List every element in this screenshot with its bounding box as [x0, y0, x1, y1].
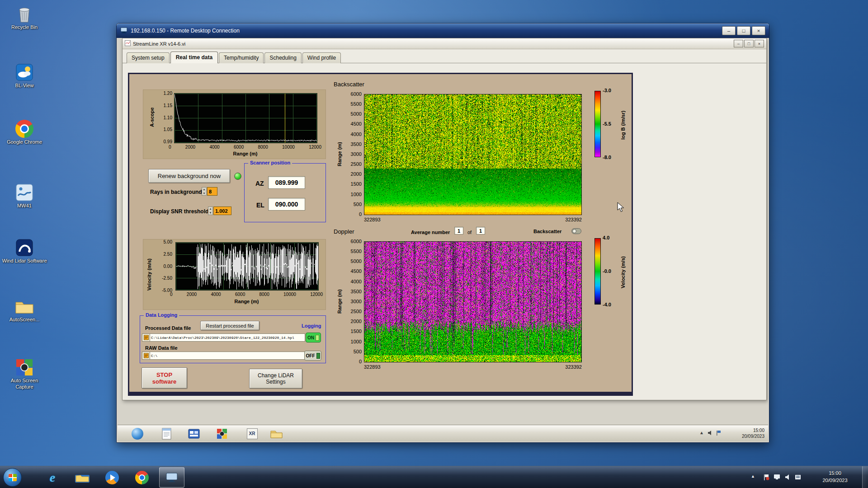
desktop-icon-bl-view[interactable]: BL-View	[2, 62, 47, 89]
change-line1: Change LiDAR	[258, 372, 294, 379]
y-tick-label: 1.20	[164, 91, 172, 96]
remote-hidden-icons-arrow-icon[interactable]: ▲	[699, 430, 704, 435]
taskbar-explorer-icon[interactable]	[73, 469, 91, 486]
rdp-minimize-button[interactable]: –	[722, 26, 736, 35]
notepad-icon[interactable]	[160, 427, 173, 440]
desktop-icon-label: Google Chrome	[2, 139, 47, 145]
average-number-label: Average number	[411, 230, 450, 235]
velocity-x-axis-label: Range (m)	[175, 299, 318, 304]
toggle-on-label: ON	[307, 335, 314, 340]
capture-app-icon[interactable]	[215, 427, 228, 440]
rdp-close-button[interactable]: ×	[752, 26, 765, 35]
velocity-y-ticks: 5.002.500.00-2.50-5.00	[154, 239, 172, 293]
taskbar-chrome-icon[interactable]	[133, 469, 151, 486]
processed-path-field[interactable]: C:\LidarA\Data\Proc\2023\202309\20230920…	[150, 333, 305, 342]
remote-folder-icon[interactable]	[270, 427, 283, 440]
auto-screen-capture-icon	[2, 357, 47, 378]
xr-app-icon[interactable]: XR	[245, 427, 259, 440]
show-desktop-button[interactable]	[862, 466, 868, 488]
taskbar-rdp-button[interactable]	[159, 467, 184, 488]
rdp-monitor-icon	[166, 473, 178, 483]
remote-app-icon[interactable]	[187, 427, 200, 440]
desktop-icon-wind-lidar[interactable]: Wind Lidar Software	[2, 237, 47, 264]
processed-path-control[interactable]: C:\LidarA\Data\Proc\2023\202309\20230920…	[142, 333, 305, 342]
taskbar-wmp-icon[interactable]	[103, 469, 121, 486]
x-tick-label: 6000	[234, 145, 244, 150]
remote-date: 20/09/2023	[742, 433, 764, 439]
doppler-colorbar	[594, 238, 601, 305]
desktop-icon-label: Wind Lidar Software	[2, 258, 47, 264]
logging-label: Logging	[302, 323, 321, 328]
tab-temp-humidity[interactable]: Temp/humidity	[219, 52, 264, 63]
el-value-field[interactable]: 090.000	[268, 198, 305, 211]
action-center-flag-icon[interactable]	[763, 474, 769, 482]
language-icon[interactable]	[795, 474, 801, 482]
backscatter-y-axis-label: Range (m)	[336, 94, 343, 214]
taskbar-ie-icon[interactable]: e	[43, 469, 61, 486]
colorbar-tick-label: 4.0	[603, 235, 611, 240]
tray-chevron-icon[interactable]: ▲	[751, 474, 755, 479]
desktop-icon-mw41[interactable]: MW41	[2, 182, 47, 209]
labview-minimize-button[interactable]: –	[734, 40, 743, 47]
desktop-icon-autoscreen-folder[interactable]: AutoScreen...	[2, 296, 47, 323]
tab-scheduling[interactable]: Scheduling	[264, 52, 301, 63]
x-tick-label: 2000	[185, 145, 195, 150]
y-tick-label: -2.50	[162, 276, 172, 281]
snr-value-field[interactable]: 1.002	[213, 206, 231, 215]
remote-flag-icon[interactable]	[716, 430, 721, 436]
stop-line2: software	[152, 378, 176, 385]
ascope-x-axis-label: Range (m)	[174, 151, 316, 156]
y-tick-label: 1000	[351, 192, 362, 197]
rays-value-field[interactable]: 8	[207, 187, 217, 196]
y-tick-label: 2000	[351, 171, 362, 177]
y-tick-label: 1500	[351, 328, 362, 334]
chrome-icon	[135, 471, 149, 484]
remote-browser-icon[interactable]	[131, 427, 144, 440]
x-tick-label: 10000	[282, 145, 295, 150]
system-clock[interactable]: 15:00 20/09/2023	[815, 470, 855, 484]
stop-software-button[interactable]: STOP software	[142, 367, 187, 389]
mw41-icon	[2, 182, 47, 203]
change-lidar-settings-button[interactable]: Change LiDAR Settings	[249, 369, 302, 389]
background-led-indicator	[234, 173, 241, 180]
velocity-graph-frame: Velocity (m/s) 5.002.500.00-2.50-5.00 02…	[143, 239, 326, 310]
start-button[interactable]	[3, 468, 22, 487]
raw-path-control[interactable]: C:\	[142, 352, 305, 360]
scanner-position-title: Scanner position	[248, 160, 292, 165]
average-total-field[interactable]: 1	[476, 227, 485, 235]
desktop-icon-auto-screen-capture[interactable]: Auto Screen Capture	[2, 357, 47, 390]
tab-real-time-data[interactable]: Real time data	[170, 52, 218, 63]
x-tick-label: 322893	[364, 364, 381, 370]
average-number-field[interactable]: 1	[454, 227, 463, 235]
restart-processed-file-button[interactable]: Restart processed file	[200, 321, 259, 330]
y-tick-label: 6000	[351, 91, 362, 97]
rays-spinner[interactable]: ▲▼	[202, 187, 207, 196]
desktop-icon-recycle-bin[interactable]: Recycle Bin	[2, 4, 47, 31]
remote-volume-icon[interactable]	[708, 430, 713, 436]
tab-system-setup[interactable]: System setup	[127, 52, 170, 63]
labview-maximize-button[interactable]: □	[744, 40, 754, 47]
labview-titlebar[interactable]: StreamLine XR v14-6.vi – □ ×	[123, 38, 766, 49]
remote-time: 15:00	[742, 427, 764, 433]
volume-icon[interactable]	[785, 474, 791, 482]
chrome-icon	[2, 118, 47, 139]
network-icon[interactable]	[774, 474, 780, 482]
y-tick-label: 1.15	[164, 103, 172, 108]
desktop-icon-google-chrome[interactable]: Google Chrome	[2, 118, 47, 145]
x-tick-label: 322893	[364, 217, 381, 222]
labview-close-button[interactable]: ×	[755, 40, 764, 47]
renew-background-button[interactable]: Renew background now	[148, 169, 230, 183]
processed-logging-toggle[interactable]: ON	[306, 333, 321, 343]
az-value-field[interactable]: 089.999	[268, 176, 305, 189]
backscatter-toggle-switch[interactable]	[571, 228, 581, 234]
snr-spinner[interactable]: ▲▼	[208, 206, 213, 215]
raw-logging-toggle[interactable]: OFF	[304, 351, 321, 361]
rdp-titlebar[interactable]: 192.168.0.150 - Remote Desktop Connectio…	[117, 23, 769, 38]
raw-path-field[interactable]: C:\	[150, 352, 305, 360]
remote-clock[interactable]: 15:00 20/09/2023	[742, 427, 764, 439]
scanner-position-group: Scanner position AZ 089.999 EL 090.000	[244, 163, 326, 222]
tab-wind-profile[interactable]: Wind profile	[302, 52, 341, 63]
rdp-maximize-button[interactable]: □	[737, 26, 750, 35]
y-tick-label: 0.99	[164, 139, 172, 144]
path-drive-icon	[142, 352, 150, 360]
